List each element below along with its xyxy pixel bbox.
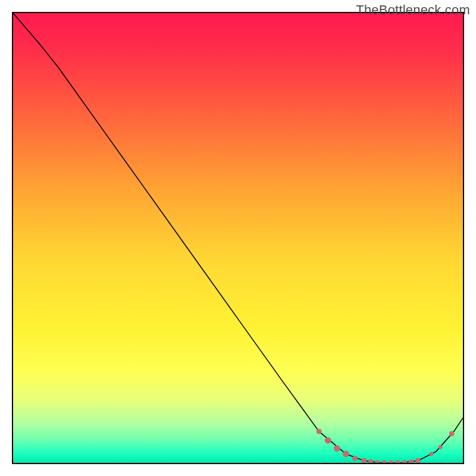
chart-container: TheBottleneck.com (0, 0, 476, 476)
marker-group (317, 429, 454, 463)
bottleneck-curve-path (13, 13, 463, 463)
data-marker (449, 431, 454, 436)
plot-area (12, 12, 464, 464)
chart-svg (13, 13, 463, 463)
data-marker (362, 458, 367, 463)
data-marker (382, 461, 387, 463)
watermark-text: TheBottleneck.com (356, 2, 470, 18)
data-marker (317, 429, 321, 434)
data-marker (353, 456, 358, 461)
data-marker (343, 451, 349, 457)
data-marker (334, 446, 340, 452)
data-marker (402, 461, 407, 463)
data-marker (375, 461, 380, 463)
data-marker (389, 461, 393, 463)
data-marker (430, 452, 433, 456)
data-marker (325, 437, 331, 443)
data-marker (368, 460, 373, 464)
data-marker (409, 460, 414, 464)
data-marker (415, 458, 420, 463)
data-marker (395, 461, 400, 463)
data-marker (439, 446, 442, 449)
